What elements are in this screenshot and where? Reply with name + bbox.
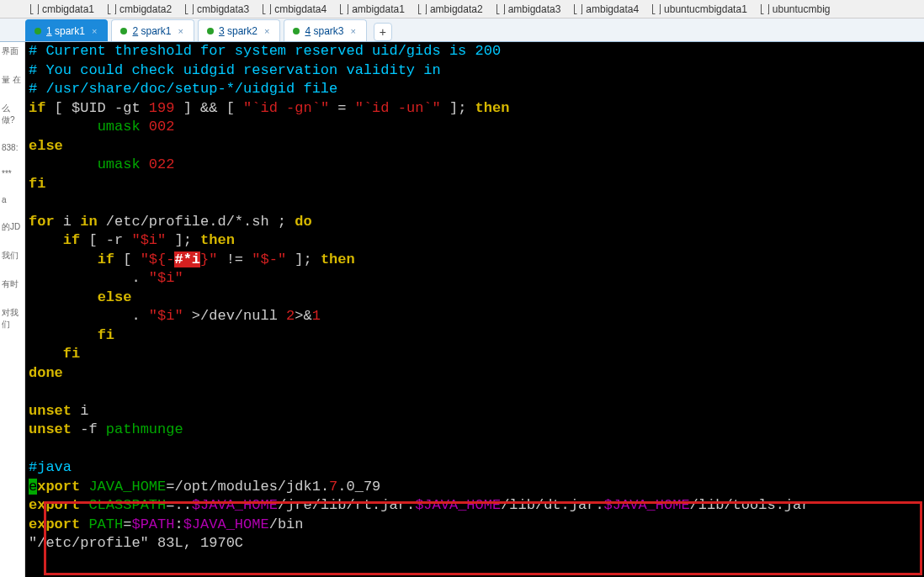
close-icon[interactable]: × (90, 26, 98, 36)
bookmark-item[interactable]: ambigdata2 (413, 3, 488, 15)
bookmark-label: ambigdata3 (508, 3, 561, 15)
bookmark-icon (30, 4, 39, 14)
bookmark-label: cmbigdata4 (274, 3, 327, 15)
bookmark-icon (108, 4, 116, 14)
bookmark-item[interactable]: cmbigdata3 (180, 3, 254, 15)
tab-label: 2 spark1 (132, 25, 171, 37)
add-tab-button[interactable]: + (374, 23, 392, 41)
bookmark-item[interactable]: ambigdata1 (335, 3, 410, 15)
gutter-text: *** (2, 169, 23, 178)
bookmark-icon (185, 4, 194, 14)
bookmark-icon (761, 4, 769, 14)
bookmark-item[interactable]: ubuntucmbig (756, 3, 836, 15)
bookmark-item[interactable]: ambigdata3 (491, 3, 566, 15)
terminal-pane[interactable]: # Current threshold for system reserved … (25, 42, 924, 577)
tab-label: 1 spark1 (46, 25, 85, 37)
status-dot-icon (207, 28, 214, 34)
gutter-text: 界面 (2, 45, 23, 57)
status-dot-icon (120, 28, 127, 34)
gutter-text: 有时 (2, 278, 23, 290)
status-dot-icon (293, 28, 300, 34)
bookmark-item[interactable]: ambigdata4 (569, 3, 644, 15)
terminal-content: # Current threshold for system reserved … (25, 42, 924, 577)
gutter-text: 我们 (2, 250, 23, 262)
left-gutter: 界面 量 在 么做? 838: *** a 的JD 我们 有时 对我们 (0, 42, 25, 577)
close-icon[interactable]: × (177, 26, 185, 36)
bookmark-icon (418, 4, 427, 14)
close-icon[interactable]: × (349, 26, 358, 36)
cursor: e (29, 479, 37, 495)
tab-label: 4 spark3 (305, 25, 343, 37)
gutter-text: 的JD (2, 221, 23, 233)
bookmark-item[interactable]: ubuntucmbigdata1 (647, 3, 752, 15)
bookmark-icon (263, 4, 271, 14)
gutter-text: 么做? (2, 103, 23, 126)
close-icon[interactable]: × (263, 26, 271, 36)
bookmark-label: ambigdata1 (352, 3, 405, 15)
status-dot-icon (35, 28, 41, 34)
tab-spark3[interactable]: 4 spark3 × (284, 19, 366, 41)
tab-spark2[interactable]: 3 spark2 × (198, 19, 280, 41)
main-area: 界面 量 在 么做? 838: *** a 的JD 我们 有时 对我们 # Cu… (0, 42, 924, 577)
gutter-text: a (2, 195, 23, 204)
bookmark-label: cmbigdata1 (42, 3, 94, 15)
bookmark-label: cmbigdata3 (197, 3, 249, 15)
bookmark-label: cmbigdata2 (119, 3, 172, 15)
gutter-text: 对我们 (2, 307, 23, 331)
bookmark-label: ambigdata2 (430, 3, 483, 15)
tab-bar: 1 spark1 × 2 spark1 × 3 spark2 × 4 spark… (0, 19, 924, 42)
tab-label: 3 spark2 (219, 25, 258, 37)
bookmark-label: ambigdata4 (586, 3, 639, 15)
bookmark-icon (574, 4, 582, 14)
tab-spark1-1[interactable]: 1 spark1 × (25, 19, 108, 41)
tab-spark1-2[interactable]: 2 spark1 × (111, 19, 194, 41)
gutter-text: 量 在 (2, 74, 23, 86)
bookmark-label: ubuntucmbig (773, 3, 831, 15)
bookmark-label: ubuntucmbigdata1 (664, 3, 747, 15)
bookmark-bar: cmbigdata1 cmbigdata2 cmbigdata3 cmbigda… (0, 0, 924, 19)
bookmark-item[interactable]: cmbigdata1 (25, 3, 99, 15)
bookmark-icon (340, 4, 348, 14)
bookmark-icon (497, 4, 505, 14)
gutter-text: 838: (2, 143, 23, 152)
bookmark-item[interactable]: cmbigdata4 (258, 3, 332, 15)
bookmark-icon (652, 4, 661, 14)
bookmark-item[interactable]: cmbigdata2 (103, 3, 177, 15)
